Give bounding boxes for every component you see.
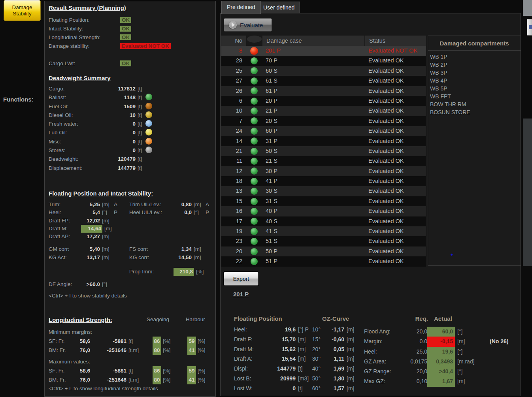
export-button[interactable]: Export <box>224 272 258 286</box>
case-name: 21 S <box>262 156 364 166</box>
case-name: 20 S <box>262 116 364 126</box>
actual-heading: Actual <box>434 315 452 322</box>
table-row[interactable]: 8201 PEvaluated NOT OK <box>221 46 426 56</box>
case-status: Evaluated OK <box>364 186 426 196</box>
case-number: 14 <box>221 136 246 146</box>
table-row[interactable]: 2050 PEvaluated OK <box>221 246 426 256</box>
function-button[interactable]: Damage Stability <box>4 0 41 21</box>
functions-label: Functions: <box>3 96 34 103</box>
deadweight-value: 117812 <box>95 85 136 93</box>
result-label: Intact Stability: <box>49 24 120 33</box>
compartment-item: WB 2P <box>428 61 521 69</box>
case-number: 24 <box>221 126 246 136</box>
table-row[interactable]: 1230 PEvaluated OK <box>221 166 426 176</box>
table-row[interactable]: 1021 PEvaluated OK <box>221 106 426 116</box>
table-row[interactable]: 2150 SEvaluated OK <box>221 146 426 156</box>
edge-toolbar-button[interactable] <box>527 19 532 36</box>
table-row[interactable]: 720 SEvaluated OK <box>221 116 426 126</box>
compartment-item: WB 5P <box>428 85 521 92</box>
result-label: Floating Position: <box>49 16 120 24</box>
table-row[interactable]: 2251 PEvaluated OK <box>221 256 426 266</box>
gz-curve-rows: 10°-1,17[m] 15°-0,60[m] 20°0,05[m] 30°1,… <box>310 325 354 393</box>
table-row[interactable]: 1941 SEvaluated OK <box>221 226 426 236</box>
case-status-dot-icon <box>251 198 258 205</box>
case-status-dot-icon <box>251 67 258 74</box>
case-number: 19 <box>221 226 246 236</box>
result-summary-row: Damage stability:Evaluated NOT OK <box>49 42 213 51</box>
table-row[interactable]: 620 PEvaluated OK <box>221 96 426 106</box>
deadweight-unit: [t] <box>138 103 142 109</box>
stat-value: 5,40 <box>81 245 100 253</box>
table-row[interactable]: 1640 PEvaluated OK <box>221 206 426 216</box>
case-status: Evaluated OK <box>364 146 426 156</box>
table-row[interactable]: 1841 PEvaluated OK <box>221 176 426 186</box>
tank-color-dot-icon <box>145 94 152 100</box>
floating-position-row: Draft M:15,62[m] <box>234 344 310 354</box>
deadweight-label: Deadweight: <box>49 155 95 164</box>
case-name: 30 S <box>262 186 364 196</box>
table-row[interactable]: 2351 SEvaluated OK <box>221 236 426 246</box>
table-row[interactable]: 1740 SEvaluated OK <box>221 216 426 226</box>
deadweight-value: 120479 <box>95 155 136 164</box>
deadweight-value: 10 <box>95 111 136 120</box>
table-row[interactable]: 2661 PEvaluated OK <box>221 86 426 96</box>
tabstrip: Pre defined User defined <box>220 1 522 13</box>
strength-group-title: Minimum margins: <box>49 327 213 337</box>
table-row[interactable]: 1531 SEvaluated OK <box>221 196 426 206</box>
stat-unit: [m] <box>104 225 116 233</box>
case-status-dot-icon <box>251 77 258 85</box>
damaged-compartments-heading: Damaged compartments <box>428 36 521 51</box>
damage-stability-panel: Pre defined User defined Evaluate No Dam… <box>220 0 523 397</box>
evaluate-button[interactable]: Evaluate <box>224 18 272 32</box>
table-row[interactable]: 1330 SEvaluated OK <box>221 186 426 196</box>
case-status: Evaluated OK <box>364 256 426 266</box>
tab-user-defined[interactable]: User defined <box>258 2 300 13</box>
criteria-row: Margin:0.0-0,15[m](No 26) <box>364 337 508 346</box>
case-name: 41 S <box>262 226 364 236</box>
stat-value: 0,80 <box>174 201 192 209</box>
strength-hint: <Ctrl> + L to show longitudinal strength… <box>49 386 213 391</box>
table-row[interactable]: 1431 PEvaluated OK <box>221 136 426 146</box>
case-status-dot-icon <box>251 167 258 175</box>
stat-unit: [m] <box>194 201 206 209</box>
actual-value: -0,15 <box>427 337 455 346</box>
stat-unit: [m] <box>102 254 114 262</box>
required-value: 0,0175 <box>399 357 427 367</box>
harbour-column-label: Harbour <box>186 316 205 322</box>
deadweight-rows: Cargo:117812[t] Ballast:1148[t] Fuel Oil… <box>49 85 213 173</box>
table-row[interactable]: 2870 PEvaluated OK <box>221 56 426 66</box>
floating-position-heading: Floating Position <box>234 315 282 322</box>
table-row[interactable]: 1121 SEvaluated OK <box>221 156 426 166</box>
criteria-row: GZ Area:0,01750,3493[m.rad] <box>364 357 508 367</box>
deadweight-label: Fuel Oil: <box>49 102 95 111</box>
stat-value: 210,8 <box>174 268 194 276</box>
case-name: 60 P <box>262 126 364 136</box>
stat-suffix: P <box>206 209 209 216</box>
deadweight-label: Stores: <box>49 146 95 155</box>
result-summary-rows: Floating Position:OK Intact Stability:OK… <box>49 16 213 51</box>
case-number: 26 <box>221 86 246 96</box>
gz-curve-row: 60°1,57[m] <box>310 384 354 393</box>
edge-panel-strip <box>523 119 532 266</box>
stat-value: 1,34 <box>174 245 192 253</box>
case-status: Evaluated OK <box>364 246 426 256</box>
req-heading: Req. <box>399 315 428 322</box>
stat-label: Draft M: <box>49 225 81 233</box>
case-number: 10 <box>221 106 246 116</box>
actual-value: 19,6 <box>427 347 455 357</box>
tab-pre-defined[interactable]: Pre defined <box>221 1 261 14</box>
table-row[interactable]: 2761 SEvaluated OK <box>221 76 426 86</box>
deadweight-value: 144779 <box>95 164 136 173</box>
gz-curve-row: 10°-1,17[m] <box>310 325 354 335</box>
stat-suffix: A <box>206 201 209 209</box>
header-status: Status <box>365 36 426 46</box>
table-row[interactable]: 2560 SEvaluated OK <box>221 66 426 76</box>
harbour-percent: 41 <box>187 346 196 355</box>
deadweight-value: 0 <box>95 146 136 155</box>
table-row[interactable]: 2460 PEvaluated OK <box>221 126 426 136</box>
selected-case-link[interactable]: 201 P <box>233 291 249 297</box>
case-name: 20 P <box>262 96 364 106</box>
tank-color-dot-icon <box>145 147 152 153</box>
compartment-item: WB FPT <box>428 92 521 100</box>
tank-color-dot-icon <box>145 138 152 145</box>
